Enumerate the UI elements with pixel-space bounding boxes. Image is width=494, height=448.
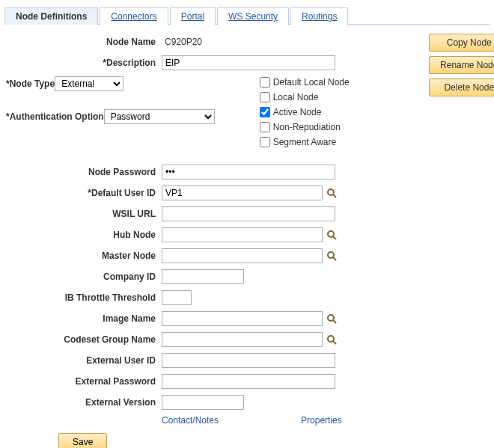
check-default-local-node[interactable]: Default Local Node [260,76,350,89]
delete-node-button[interactable]: Delete Node [429,79,494,96]
ext-user-id-input[interactable] [162,353,335,368]
check-segment-aware[interactable]: Segment Aware [260,135,350,149]
svg-line-5 [333,257,336,260]
svg-line-3 [333,236,336,239]
label-ext-version: External Version [6,397,162,408]
svg-point-8 [328,336,334,342]
wsil-url-input[interactable] [162,206,335,221]
tabs-bar: Node Definitions Connectors Portal WS Se… [4,6,490,25]
label-default-user-id: *Default User ID [6,188,162,198]
image-name-input[interactable] [162,311,323,326]
svg-point-4 [328,252,334,258]
lookup-icon[interactable] [326,229,338,241]
svg-line-7 [333,320,336,323]
tab-node-definitions[interactable]: Node Definitions [4,7,98,25]
label-auth-option: *Authentication Option [6,111,104,122]
master-node-input[interactable] [162,248,323,263]
label-hub-node: Hub Node [6,230,162,240]
lookup-icon[interactable] [326,250,338,262]
label-description: *Description [6,58,162,68]
label-company-id: Company ID [6,271,162,282]
svg-line-9 [333,341,336,344]
hub-node-input[interactable] [162,227,323,242]
svg-point-0 [328,189,334,195]
link-properties[interactable]: Properties [301,415,342,426]
label-node-type: *Node Type [6,79,55,89]
copy-node-button[interactable]: Copy Node [429,34,494,52]
svg-line-1 [333,194,336,197]
label-ext-user-id: External User ID [6,355,162,366]
label-ext-password: External Password [6,376,162,387]
label-codeset-group: Codeset Group Name [6,334,162,345]
description-input[interactable] [162,55,335,70]
node-password-input[interactable] [162,165,335,179]
tab-ws-security[interactable]: WS Security [217,7,289,25]
auth-option-select[interactable]: Password [104,109,215,124]
ext-password-input[interactable] [162,374,335,389]
svg-point-2 [328,231,334,237]
codeset-group-input[interactable] [162,332,323,347]
tab-routings[interactable]: Routings [290,7,348,25]
svg-point-6 [328,315,334,321]
ib-throttle-input[interactable] [162,290,192,305]
check-active-node[interactable]: Active Node [260,105,350,119]
link-contact-notes[interactable]: Contact/Notes [162,415,219,426]
tab-connectors[interactable]: Connectors [100,7,168,25]
company-id-input[interactable] [162,269,244,284]
save-button[interactable]: Save [58,433,107,448]
rename-node-button[interactable]: Rename Node [429,56,494,74]
label-wsil-url: WSIL URL [6,209,162,219]
default-user-id-input[interactable] [162,185,323,200]
check-local-node[interactable]: Local Node [260,90,350,104]
label-image-name: Image Name [6,313,162,324]
check-non-repudiation[interactable]: Non-Repudiation [260,120,350,134]
label-master-node: Master Node [6,251,162,261]
value-node-name: C920P20 [162,37,202,47]
label-node-name: Node Name [6,37,162,47]
node-type-select[interactable]: External [55,76,124,91]
ext-version-input[interactable] [162,395,244,410]
tab-portal[interactable]: Portal [170,7,216,25]
lookup-icon[interactable] [326,313,338,325]
label-node-password: Node Password [6,167,162,177]
lookup-icon[interactable] [326,187,338,199]
lookup-icon[interactable] [326,334,338,346]
label-ib-throttle: IB Throttle Threshold [6,292,162,303]
